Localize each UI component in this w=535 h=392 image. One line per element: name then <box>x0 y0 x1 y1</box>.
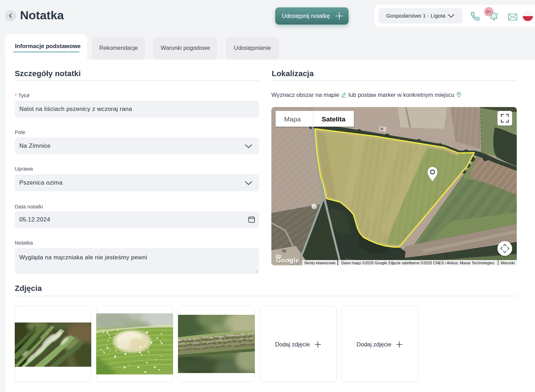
svg-text:Mapa: Mapa <box>284 115 301 123</box>
svg-text:Warunki: Warunki <box>501 261 515 265</box>
svg-text:Satelita: Satelita <box>322 115 345 123</box>
svg-text:Google: Google <box>276 257 299 264</box>
svg-text:Skróty klawiszowe: Skróty klawiszowe <box>304 261 336 265</box>
svg-text:Dane mapy ©2025 Google Zdjęcie: Dane mapy ©2025 Google Zdjęcie satelitar… <box>341 261 494 265</box>
